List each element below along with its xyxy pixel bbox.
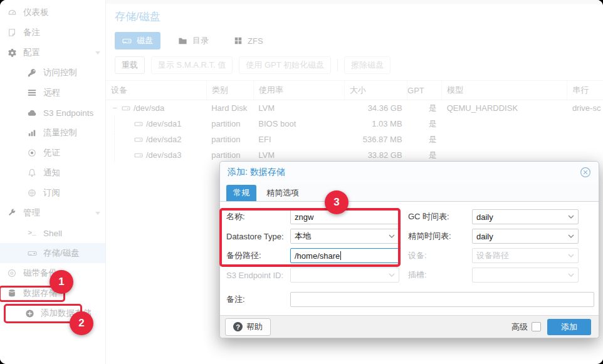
backup-path-label: 备份路径: [226,250,290,261]
comment-input[interactable] [290,292,594,307]
advanced-checkbox[interactable] [532,322,541,331]
prune-schedule-value: daily [476,232,493,241]
prune-schedule-label: 精简时间表: [408,231,472,242]
gc-schedule-label: GC 时间表: [408,211,472,222]
add-datastore-dialog: 添加: 数据存储 常规 精简选项 名称: zngw Datastore Type… [219,161,599,338]
comment-label: 备注: [226,294,290,305]
s3-endpoint-select[interactable] [290,268,399,283]
chevron-down-icon [568,273,574,278]
pbs-window: 仪表板 备注 配置 访问控制 远程 S3 Endpoints [0,0,603,364]
device-label: 设备: [408,250,472,261]
form-left-column: 名称: zngw Datastore Type: 本地 备份路径: /home/… [226,209,399,287]
name-value: zngw [295,212,313,222]
annotation-badge-1: 1 [50,270,73,294]
backup-path-value: /home/share [295,251,340,261]
chevron-down-icon [568,254,574,258]
annotation-badge-3: 3 [325,190,349,214]
question-icon: ? [233,322,243,331]
annotation-badge-2: 2 [70,311,93,335]
chevron-down-icon [389,234,395,239]
advanced-toggle: 高级 [511,321,541,333]
close-icon[interactable] [580,167,591,178]
name-input[interactable]: zngw [290,209,399,224]
add-button[interactable]: 添加 [547,319,591,335]
device-select[interactable]: 设备路径 [472,248,579,263]
dialog-header[interactable]: 添加: 数据存储 [220,162,599,183]
slot-select[interactable] [472,268,579,283]
help-button[interactable]: ? 帮助 [225,318,271,336]
tab-prune-options[interactable]: 精简选项 [260,185,306,201]
slot-label: 插槽: [408,269,472,281]
form-right-column: GC 时间表: daily 精简时间表: daily 设备: 设备路径 插槽: [408,209,579,287]
help-label: 帮助 [246,321,263,333]
chevron-down-icon [389,273,395,278]
tab-general[interactable]: 常规 [226,185,256,201]
dialog-tabbar: 常规 精简选项 [220,183,599,202]
text-cursor [340,251,341,260]
datastore-type-value: 本地 [295,231,311,242]
advanced-label: 高级 [511,321,528,333]
datastore-type-select[interactable]: 本地 [290,229,399,244]
chevron-down-icon [568,234,574,239]
datastore-type-label: Datastore Type: [226,232,290,241]
backup-path-input[interactable]: /home/share [290,248,399,263]
gc-schedule-select[interactable]: daily [472,209,579,224]
prune-schedule-select[interactable]: daily [472,229,579,244]
dialog-body: 名称: zngw Datastore Type: 本地 备份路径: /home/… [220,202,599,307]
gc-schedule-value: daily [476,212,493,222]
chevron-down-icon [568,215,574,219]
dialog-footer: ? 帮助 高级 添加 [220,315,599,338]
name-label: 名称: [226,211,290,222]
device-placeholder: 设备路径 [476,250,509,261]
s3-endpoint-label: S3 Endpoint ID: [226,271,290,280]
dialog-title: 添加: 数据存储 [228,167,285,178]
